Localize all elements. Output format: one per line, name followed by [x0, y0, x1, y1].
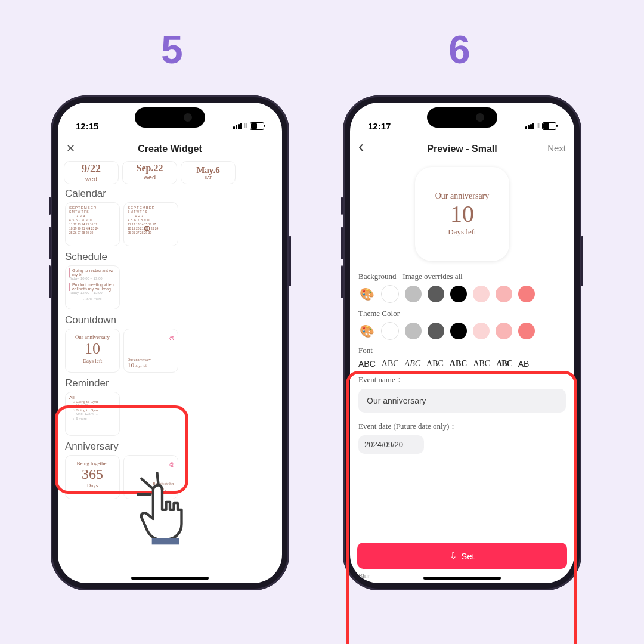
font-option[interactable]: ABC — [450, 359, 467, 369]
tap-hand-icon — [137, 472, 203, 552]
svg-rect-3 — [152, 538, 179, 545]
label-theme: Theme Color — [358, 309, 566, 318]
event-date-input[interactable] — [358, 435, 424, 454]
battery-icon — [542, 122, 556, 130]
countdown-tile[interactable]: Our anniversary 10 Days left — [65, 329, 120, 373]
label-background: Background - Image overrides all — [358, 272, 566, 281]
page-title: Create Widget — [138, 144, 202, 154]
color-swatch[interactable] — [496, 323, 512, 339]
battery-icon — [250, 122, 264, 130]
home-indicator[interactable] — [131, 577, 209, 580]
palette-icon[interactable]: 🎨 — [358, 286, 375, 302]
background-swatches: 🎨 — [358, 285, 566, 303]
signal-icon — [233, 123, 242, 129]
color-swatch[interactable] — [381, 285, 399, 303]
set-button[interactable]: ⇩ Set — [357, 543, 567, 569]
signal-icon — [525, 123, 534, 129]
color-swatch[interactable] — [381, 322, 399, 340]
section-calendar: Calendar — [65, 188, 275, 200]
color-swatch[interactable] — [473, 286, 490, 302]
reminder-tile[interactable]: All ○ Going to Gym Until 12am … ○ Going … — [65, 392, 120, 436]
theme-swatches: 🎨 — [358, 322, 566, 340]
step-number-6: 6 — [448, 27, 470, 72]
download-icon: ⇩ — [450, 550, 457, 561]
next-button[interactable]: Next — [547, 143, 566, 153]
color-swatch[interactable] — [405, 286, 422, 302]
event-name-input[interactable] — [358, 389, 566, 413]
font-option[interactable]: ABC — [405, 359, 420, 369]
color-swatch[interactable] — [428, 286, 444, 302]
font-option[interactable]: ABC — [358, 359, 376, 369]
color-swatch[interactable] — [450, 323, 467, 339]
font-option[interactable]: ABC — [426, 359, 444, 369]
page-title: Preview - Small — [427, 144, 497, 154]
font-option[interactable]: ABC — [473, 359, 490, 369]
color-swatch[interactable] — [428, 323, 444, 339]
step-number-5: 5 — [161, 27, 183, 72]
color-swatch[interactable] — [496, 286, 512, 302]
status-time: 12:15 — [76, 121, 98, 131]
notch — [135, 107, 205, 128]
date-tile[interactable]: 9/22 wed — [64, 161, 119, 184]
section-anniversary: Anniversary — [65, 441, 275, 453]
calendar-tile[interactable]: SEPTEMBER S M T W T F S 1 2 3 4 5 6 7 8 … — [123, 202, 178, 246]
wifi-icon: 􀙇 — [244, 121, 247, 130]
font-options: ABCABCABCABCABCABCABCAB — [358, 359, 566, 369]
svg-line-2 — [157, 472, 158, 484]
color-swatch[interactable] — [473, 323, 490, 339]
badge-icon: ⌾ — [169, 333, 174, 342]
section-countdown: Countdown — [65, 314, 275, 326]
svg-line-0 — [141, 479, 151, 488]
palette-icon[interactable]: 🎨 — [358, 323, 375, 339]
notch — [427, 107, 497, 128]
font-option[interactable]: ABC — [382, 359, 399, 369]
label-font: Font — [358, 346, 566, 355]
date-tile[interactable]: May.6 SAT — [181, 161, 236, 184]
phone-frame-6: 12:17 􀙇 ‹ Preview - Small Next Our anniv… — [343, 95, 581, 590]
color-swatch[interactable] — [450, 286, 467, 302]
home-indicator[interactable] — [423, 577, 501, 580]
widget-preview: Our anniversary 10 Days left — [415, 167, 509, 261]
label-event-name: Event name： — [358, 374, 566, 385]
color-swatch[interactable] — [405, 323, 422, 339]
section-schedule: Schedule — [65, 251, 275, 263]
label-event-date: Event date (Future date only)： — [358, 421, 566, 432]
calendar-tile[interactable]: SEPTEMBER S M T W T F S 1 2 3 4 5 6 7 8 … — [65, 202, 120, 246]
badge-icon: ⌾ — [169, 459, 174, 469]
font-option[interactable]: AB — [518, 359, 530, 369]
blur-label: Blur — [358, 572, 370, 580]
color-swatch[interactable] — [518, 323, 535, 339]
close-button[interactable]: ✕ — [66, 142, 75, 155]
countdown-tile-alt[interactable]: ⌾ Our anniversary 10 days left — [123, 329, 178, 373]
date-tile[interactable]: Sep.22 wed — [122, 161, 177, 184]
section-reminder: Reminder — [65, 377, 275, 389]
anniversary-tile[interactable]: Being together 365 Days — [65, 455, 120, 499]
wifi-icon: 􀙇 — [537, 121, 540, 130]
schedule-tile[interactable]: Going to restaurant w/ my bf Today, 10:0… — [65, 265, 120, 309]
color-swatch[interactable] — [518, 286, 535, 302]
font-option[interactable]: ABC — [496, 359, 512, 369]
status-time: 12:17 — [368, 121, 391, 131]
